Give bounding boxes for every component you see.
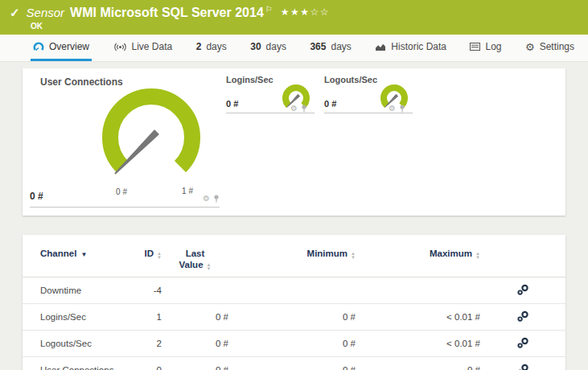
main-gauge-divider: [30, 207, 220, 208]
sort-icon: ▲▼: [157, 252, 162, 259]
tab-30-days[interactable]: 30 days: [248, 35, 289, 61]
priority-flag-icon[interactable]: ⚐: [265, 5, 273, 14]
mini-gauge-logins-actions: ⚙: [290, 105, 307, 113]
table-row-logouts: Logouts/Sec 2 0 # 0 # < 0.01 #: [23, 330, 565, 356]
tab-overview-label: Overview: [49, 41, 89, 52]
sort-icon: ▲▼: [475, 252, 480, 259]
tab-bar: Overview Live Data 2 days 30 days 365 da…: [0, 35, 588, 62]
area-chart-icon: [375, 43, 386, 51]
tab-log[interactable]: Log: [467, 35, 504, 61]
mini-gauge-divider: [324, 113, 413, 113]
gauge-settings-icon[interactable]: ⚙: [203, 195, 210, 203]
main-gauge-scale-max: 1 #: [173, 187, 202, 195]
column-header-channel[interactable]: Channel▼: [23, 235, 119, 277]
tab-365-days-label: days: [331, 41, 351, 52]
stars-filled[interactable]: ★★★: [281, 6, 310, 18]
status-check-icon: ✓: [10, 6, 20, 20]
channel-name: Logouts/Sec: [23, 330, 119, 356]
column-header-id[interactable]: ID▲▼: [119, 235, 162, 277]
mini-gauge-logins-title: Logins/Sec: [226, 75, 273, 84]
pin-icon[interactable]: [399, 105, 405, 113]
page-title: WMI Microsoft SQL Server 2014: [70, 6, 264, 20]
tab-30-days-number: 30: [250, 41, 261, 52]
channel-id: 0: [119, 356, 162, 370]
channel-maximum: < 0.01 #: [356, 330, 480, 356]
column-header-maximum-label: Maximum: [430, 249, 472, 258]
channel-minimum: 0 #: [228, 330, 356, 356]
sensor-status-header: ✓ Sensor WMI Microsoft SQL Server 2014 ⚐…: [0, 0, 588, 35]
channel-last-value: [162, 277, 228, 303]
channel-last-value: 0 #: [162, 303, 228, 330]
pin-icon[interactable]: [301, 105, 307, 113]
column-header-id-label: ID: [145, 249, 154, 258]
column-header-last-value[interactable]: Last Value▲▼: [162, 235, 228, 277]
tab-settings[interactable]: ⚙ Settings: [523, 35, 577, 61]
mini-gauge-logouts-value: 0 #: [324, 99, 336, 109]
channel-minimum: 0 #: [228, 303, 356, 330]
channel-settings-gears-icon[interactable]: [516, 310, 529, 323]
live-broadcast-icon: [113, 43, 127, 51]
column-header-minimum[interactable]: Minimum▲▼: [228, 235, 356, 277]
channel-minimum: 0 #: [228, 356, 356, 370]
sort-icon: ▲▼: [351, 252, 356, 259]
tab-30-days-label: days: [266, 41, 286, 52]
tab-365-days[interactable]: 365 days: [307, 35, 353, 61]
main-gauge-scale-min: 0 #: [107, 187, 136, 196]
channel-id: -4: [119, 277, 162, 303]
channel-maximum: [356, 277, 480, 303]
table-header-row: Channel▼ ID▲▼ Last Value▲▼ Minimum▲▼ Max…: [23, 235, 565, 277]
sorted-desc-icon: ▼: [80, 251, 87, 258]
column-header-minimum-label: Minimum: [307, 249, 347, 258]
channel-settings-gears-icon[interactable]: [516, 337, 529, 349]
pin-icon[interactable]: [213, 195, 220, 203]
gear-icon: ⚙: [525, 42, 535, 52]
priority-rating[interactable]: ★★★☆☆: [281, 6, 330, 18]
channel-settings-gears-icon[interactable]: [516, 364, 529, 370]
table-row-downtime: Downtime -4: [23, 277, 565, 303]
tab-historic-data[interactable]: Historic Data: [372, 35, 449, 61]
channel-last-value: 0 #: [162, 356, 228, 370]
tab-live-data[interactable]: Live Data: [111, 35, 175, 61]
channel-table-panel: Channel▼ ID▲▼ Last Value▲▼ Minimum▲▼ Max…: [23, 235, 565, 370]
tab-overview[interactable]: Overview: [31, 35, 92, 61]
column-header-actions: [480, 235, 565, 277]
mini-gauge-logins-value: 0 #: [226, 99, 238, 109]
main-gauge-last-value: 0 #: [30, 191, 43, 202]
tab-2-days[interactable]: 2 days: [194, 35, 229, 61]
table-row-logins: Logins/Sec 1 0 # 0 # < 0.01 #: [23, 303, 565, 330]
channel-settings-gears-icon[interactable]: [516, 284, 529, 296]
tab-2-days-label: days: [206, 41, 226, 52]
user-connections-gauge: [91, 85, 212, 190]
tab-settings-label: Settings: [540, 41, 574, 52]
mini-gauge-logouts: Logouts/Sec 0 # ⚙: [324, 75, 413, 115]
column-header-channel-label: Channel: [40, 249, 76, 258]
channel-id: 1: [119, 303, 162, 330]
tab-2-days-number: 2: [196, 41, 202, 52]
channel-name: User Connections: [23, 356, 119, 370]
channel-name: Logins/Sec: [23, 303, 119, 330]
tab-log-label: Log: [485, 41, 501, 52]
table-row-user-connections: User Connections 0 0 # 0 # 0 #: [23, 356, 565, 370]
tab-live-data-label: Live Data: [132, 41, 173, 52]
gauge-settings-icon[interactable]: ⚙: [290, 105, 298, 113]
gauges-panel: User Connections 0 # 1 # 0 # ⚙ Logins/Se…: [23, 68, 565, 216]
stars-empty[interactable]: ☆☆: [310, 6, 331, 18]
column-header-maximum[interactable]: Maximum▲▼: [356, 235, 480, 277]
mini-gauge-logins: Logins/Sec 0 # ⚙: [226, 75, 315, 115]
gauge-icon: [33, 42, 44, 51]
sort-icon: ▲▼: [207, 263, 212, 270]
channel-last-value: 0 #: [162, 330, 228, 356]
main-gauge-actions: ⚙: [203, 195, 220, 203]
log-list-icon: [470, 43, 480, 51]
channel-table: Channel▼ ID▲▼ Last Value▲▼ Minimum▲▼ Max…: [23, 235, 565, 370]
mini-gauge-divider: [226, 113, 315, 113]
channel-maximum: 0 #: [356, 356, 480, 370]
object-kind-label: Sensor: [27, 6, 65, 19]
gauge-settings-icon[interactable]: ⚙: [389, 105, 396, 113]
tab-365-days-number: 365: [310, 41, 326, 52]
column-header-last-label1: Last: [186, 249, 205, 258]
channel-name: Downtime: [23, 277, 119, 303]
channel-id: 2: [119, 330, 162, 356]
channel-minimum: [228, 277, 356, 303]
tab-historic-data-label: Historic Data: [391, 41, 446, 52]
